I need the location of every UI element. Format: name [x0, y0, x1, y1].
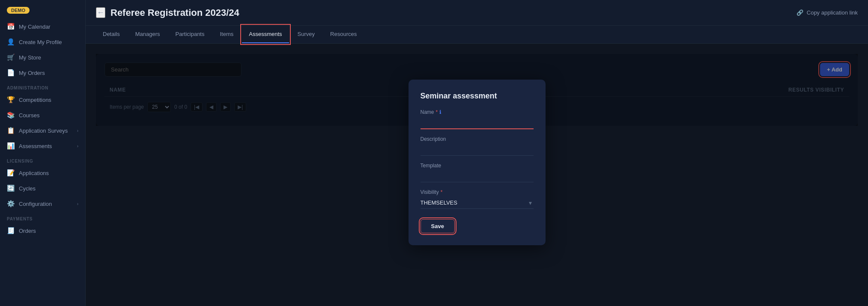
main-content: ← Referee Registration 2023/24 🔗 Copy ap…	[86, 0, 868, 306]
chevron-right-icon: ›	[77, 144, 78, 149]
applications-icon: 📝	[7, 169, 15, 177]
template-input[interactable]	[421, 170, 534, 182]
tab-participants[interactable]: Participants	[169, 26, 212, 43]
cycles-icon: 🔄	[7, 184, 15, 192]
back-button[interactable]: ←	[96, 7, 105, 18]
link-icon: 🔗	[796, 9, 803, 16]
content-area: + Add Name Results visibility Items per …	[86, 44, 868, 306]
sidebar-item-create-profile[interactable]: 👤 Create My Profile	[0, 34, 85, 50]
tabs-bar: Details Managers Participants Items Asse…	[86, 26, 868, 44]
assessments-icon: 📊	[7, 142, 15, 150]
template-label: Template	[421, 163, 534, 169]
tab-details[interactable]: Details	[96, 26, 127, 43]
tab-items[interactable]: Items	[213, 26, 240, 43]
orders-icon: 📄	[7, 69, 15, 77]
sidebar-item-assessments[interactable]: 📊 Assessments ›	[0, 138, 85, 154]
sidebar-item-label: My Store	[19, 54, 41, 61]
description-label: Description	[421, 136, 534, 142]
top-header: ← Referee Registration 2023/24 🔗 Copy ap…	[86, 0, 868, 26]
visibility-select-wrapper: THEMSELVES ALL MANAGERS	[421, 197, 534, 209]
sidebar-item-applications[interactable]: 📝 Applications	[0, 165, 85, 181]
seminar-assessment-modal: Seminar assessment Name * ℹ Descrip	[409, 80, 546, 245]
description-input[interactable]	[421, 144, 534, 156]
surveys-icon: 📋	[7, 127, 15, 134]
copy-application-link-button[interactable]: 🔗 Copy application link	[796, 9, 858, 16]
required-indicator: *	[441, 189, 443, 195]
sidebar-item-label: My Calendar	[19, 24, 51, 30]
tab-managers[interactable]: Managers	[128, 26, 167, 43]
form-group-visibility: Visibility * THEMSELVES ALL MANAGERS	[421, 189, 534, 209]
sidebar-item-label: Application Surveys	[19, 128, 68, 134]
section-payments: PAYMENTS	[0, 211, 85, 223]
sidebar-item-label: Assessments	[19, 143, 52, 149]
modal-overlay: Seminar assessment Name * ℹ Descrip	[96, 54, 858, 126]
calendar-icon: 📅	[7, 23, 15, 30]
required-indicator: *	[436, 109, 438, 115]
sidebar-item-label: My Orders	[19, 70, 45, 76]
chevron-right-icon: ›	[77, 128, 78, 133]
sidebar-item-my-orders[interactable]: 📄 My Orders	[0, 65, 85, 80]
section-licensing: LICENSING	[0, 154, 85, 165]
competitions-icon: 🏆	[7, 96, 15, 104]
header-left: ← Referee Registration 2023/24	[96, 7, 239, 18]
sidebar-item-label: Orders	[19, 228, 36, 234]
sidebar-item-my-calendar[interactable]: 📅 My Calendar	[0, 19, 85, 34]
form-group-template: Template	[421, 163, 534, 182]
sidebar-item-cycles[interactable]: 🔄 Cycles	[0, 181, 85, 196]
form-group-name: Name * ℹ	[421, 109, 534, 129]
info-icon: ℹ	[439, 109, 441, 115]
tab-assessments[interactable]: Assessments	[242, 26, 289, 43]
demo-badge: DEMO	[7, 7, 30, 14]
tab-survey[interactable]: Survey	[291, 26, 322, 43]
form-group-description: Description	[421, 136, 534, 156]
sidebar-item-label: Competitions	[19, 97, 51, 103]
visibility-select[interactable]: THEMSELVES ALL MANAGERS	[421, 197, 534, 209]
page-title: Referee Registration 2023/24	[110, 7, 239, 18]
inner-panel: + Add Name Results visibility Items per …	[96, 54, 858, 126]
sidebar-item-label: Configuration	[19, 201, 52, 207]
store-icon: 🛒	[7, 53, 15, 61]
sidebar-item-courses[interactable]: 📚 Courses	[0, 107, 85, 123]
sidebar-item-application-surveys[interactable]: 📋 Application Surveys ›	[0, 123, 85, 138]
name-input[interactable]	[421, 117, 534, 129]
sidebar-item-label: Courses	[19, 112, 39, 119]
copy-link-label: Copy application link	[807, 9, 858, 16]
sidebar: DEMO 📅 My Calendar 👤 Create My Profile 🛒…	[0, 0, 86, 306]
visibility-label: Visibility *	[421, 189, 534, 195]
sidebar-item-label: Applications	[19, 170, 49, 176]
sidebar-item-orders[interactable]: 🧾 Orders	[0, 223, 85, 238]
sidebar-item-competitions[interactable]: 🏆 Competitions	[0, 92, 85, 107]
courses-icon: 📚	[7, 111, 15, 119]
chevron-right-icon: ›	[77, 202, 78, 206]
modal-title: Seminar assessment	[421, 92, 534, 101]
sidebar-item-my-store[interactable]: 🛒 My Store	[0, 50, 85, 65]
sidebar-item-label: Cycles	[19, 185, 36, 192]
tab-resources[interactable]: Resources	[323, 26, 364, 43]
configuration-icon: ⚙️	[7, 200, 15, 208]
sidebar-item-label: Create My Profile	[19, 39, 62, 45]
sidebar-item-configuration[interactable]: ⚙️ Configuration ›	[0, 196, 85, 211]
save-button[interactable]: Save	[421, 219, 455, 233]
user-icon: 👤	[7, 38, 15, 46]
name-label: Name * ℹ	[421, 109, 534, 115]
section-administration: ADMINISTRATION	[0, 80, 85, 92]
receipt-icon: 🧾	[7, 227, 15, 235]
